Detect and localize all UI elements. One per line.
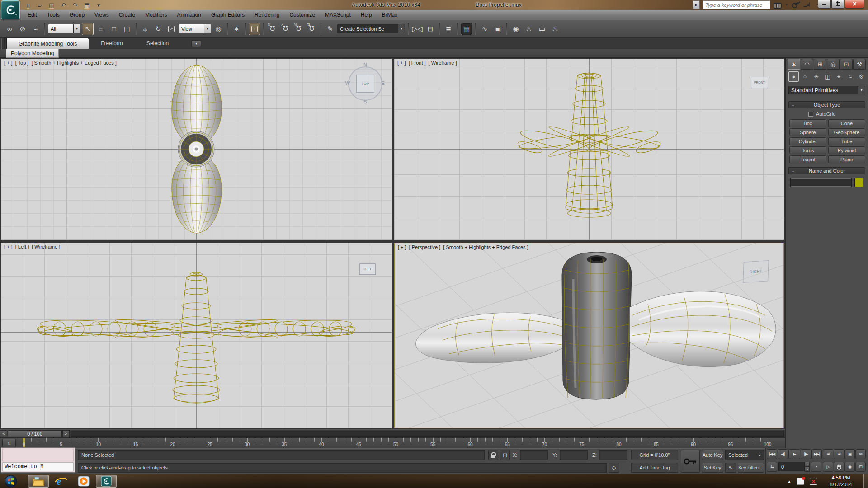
viewport-name-menu[interactable]: [ Front ] bbox=[409, 60, 426, 66]
tab-motion-icon[interactable]: ◎ bbox=[827, 59, 840, 70]
default-in-out-tangent-icon[interactable]: ∿ bbox=[725, 463, 736, 473]
viewcube-top-face[interactable]: TOP bbox=[356, 75, 374, 93]
viewport-name-menu[interactable]: [ Top ] bbox=[15, 60, 29, 66]
taskbar-windows-explorer[interactable] bbox=[28, 475, 49, 488]
viewcube-right-face[interactable]: RIGHT bbox=[743, 260, 769, 283]
compass-west[interactable]: W bbox=[344, 80, 351, 86]
play-button[interactable]: ▶ bbox=[788, 449, 800, 459]
edit-named-selection-sets-icon[interactable]: ✎ bbox=[324, 23, 336, 35]
taskbar-clock[interactable]: 4:56 PM 8/13/2014 bbox=[820, 474, 862, 488]
previous-frame-button[interactable]: ◀|| bbox=[778, 449, 788, 459]
quick-access-caret-icon[interactable]: ▾ bbox=[94, 1, 103, 9]
search-icon[interactable] bbox=[773, 1, 782, 9]
percent-snap-icon[interactable]: Ω% bbox=[293, 23, 305, 35]
next-frame-arrow[interactable]: > bbox=[62, 430, 70, 437]
search-input[interactable] bbox=[703, 0, 770, 9]
select-and-scale-icon[interactable]: ↗ bbox=[165, 23, 177, 35]
viewport-left[interactable]: [ + ] [ Left ] [ Wireframe ] LEFT bbox=[1, 243, 392, 428]
compass-north[interactable]: N bbox=[362, 62, 368, 67]
tray-expand-icon[interactable]: ▲ bbox=[788, 479, 791, 483]
category-dropdown[interactable]: Standard Primitives ▼ bbox=[788, 86, 865, 94]
tab-hierarchy-icon[interactable]: ⊞ bbox=[814, 59, 826, 70]
rendered-frame-window-icon[interactable]: ▭ bbox=[536, 23, 548, 35]
keyboard-shortcut-override-icon[interactable]: ↑ bbox=[249, 23, 260, 35]
zoom-extents-all-button[interactable]: ⊠ bbox=[855, 449, 866, 459]
undo-icon[interactable]: ↶ bbox=[59, 1, 68, 9]
menu-views[interactable]: Views bbox=[90, 10, 114, 19]
object-name-field[interactable] bbox=[790, 178, 852, 187]
viewport-shading-menu[interactable]: [ Wireframe ] bbox=[32, 244, 60, 249]
ribbon-tab-selection[interactable]: Selection bbox=[135, 38, 180, 49]
project-folder-icon[interactable]: ▤ bbox=[82, 1, 91, 9]
use-pivot-point-center-icon[interactable]: ◎ bbox=[212, 23, 224, 35]
menu-help[interactable]: Help bbox=[356, 10, 377, 19]
object-type-rollout[interactable]: - Object Type bbox=[788, 101, 865, 108]
viewport-shading-menu[interactable]: [ Smooth + Highlights + Edged Faces ] bbox=[443, 244, 528, 250]
select-and-link-icon[interactable]: ∞ bbox=[4, 23, 15, 35]
viewport-menu-plus[interactable]: [ + ] bbox=[397, 60, 406, 66]
taskbar-3ds-max[interactable] bbox=[96, 475, 117, 488]
viewport-name-menu[interactable]: [ Perspective ] bbox=[409, 244, 441, 250]
time-slider-track[interactable] bbox=[71, 431, 784, 437]
compass-east[interactable]: E bbox=[380, 80, 386, 86]
window-crossing-icon[interactable]: ◫ bbox=[121, 23, 133, 35]
snaps-toggle-icon[interactable]: Ω3 bbox=[267, 23, 278, 35]
tray-app-icon[interactable] bbox=[797, 478, 804, 485]
next-frame-button[interactable]: ||▶ bbox=[801, 449, 811, 459]
y-coordinate-field[interactable] bbox=[560, 450, 588, 460]
bind-to-space-warp-icon[interactable]: ≈ bbox=[30, 23, 42, 35]
key-mode-toggle-button[interactable]: ⇆ bbox=[767, 462, 777, 472]
primitive-button-cone[interactable]: Cone bbox=[828, 119, 865, 127]
time-slider-handle[interactable]: 0 / 100 bbox=[8, 430, 62, 437]
select-and-move-icon[interactable]: ↔↕ bbox=[139, 23, 151, 35]
unlink-selection-icon[interactable]: ⊘ bbox=[17, 23, 28, 35]
compass-south[interactable]: S bbox=[362, 99, 368, 104]
primitive-button-torus[interactable]: Torus bbox=[789, 146, 826, 154]
save-file-icon[interactable]: ◫ bbox=[47, 1, 56, 9]
graphite-modeling-toggle-icon[interactable]: ▦ bbox=[461, 23, 472, 35]
open-mini-curve-editor-button[interactable]: ↑↓ bbox=[2, 439, 16, 447]
search-history-arrow[interactable]: ▶ bbox=[693, 0, 700, 9]
viewcube-compass[interactable]: N E S W TOP bbox=[344, 63, 386, 104]
curve-editor-icon[interactable]: ∿ bbox=[479, 23, 491, 35]
viewport-menu-plus[interactable]: [ + ] bbox=[4, 244, 13, 249]
viewport-shading-menu[interactable]: [ Wireframe ] bbox=[429, 60, 457, 66]
viewport-front[interactable]: [ + ] [ Front ] [ Wireframe ] FRONT bbox=[394, 59, 784, 240]
region-zoom-button[interactable]: ▷ bbox=[823, 462, 833, 472]
cameras-icon[interactable]: ◫ bbox=[822, 71, 833, 82]
tray-network-icon[interactable]: ✕ bbox=[810, 478, 817, 485]
current-frame-field[interactable]: 0 bbox=[778, 462, 805, 471]
welcome-window[interactable]: Welcome to M bbox=[1, 447, 75, 473]
zoom-all-button[interactable]: ⊞ bbox=[834, 449, 844, 459]
viewport-menu-plus[interactable]: [ + ] bbox=[398, 244, 406, 250]
viewcube-front-face[interactable]: FRONT bbox=[751, 77, 768, 88]
space-warps-icon[interactable]: ≈ bbox=[845, 71, 855, 82]
viewport-menu-plus[interactable]: [ + ] bbox=[4, 60, 13, 66]
add-time-tag[interactable]: Add Time Tag bbox=[631, 463, 678, 473]
menu-modifiers[interactable]: Modifiers bbox=[140, 10, 172, 19]
collapse-icon[interactable]: - bbox=[789, 168, 797, 174]
selection-lock-toggle[interactable] bbox=[488, 450, 498, 460]
x-coordinate-field[interactable] bbox=[520, 450, 548, 460]
taskbar-internet-explorer[interactable]: e bbox=[51, 475, 71, 488]
viewport-name-menu[interactable]: [ Left ] bbox=[15, 244, 29, 249]
zoom-extents-button[interactable]: ▣ bbox=[844, 449, 855, 459]
ribbon-minimize-caret-icon[interactable]: ▼ bbox=[191, 40, 201, 47]
welcome-window-title[interactable]: Welcome to M bbox=[2, 462, 74, 471]
ribbon-tab-graphite-modeling-tools[interactable]: Graphite Modeling Tools bbox=[6, 38, 89, 49]
primitive-button-tube[interactable]: Tube bbox=[828, 137, 865, 145]
systems-icon[interactable]: ⚙ bbox=[856, 71, 867, 82]
taskbar-media-player[interactable] bbox=[73, 475, 94, 488]
shapes-icon[interactable]: ○ bbox=[800, 71, 810, 82]
absolute-offset-toggle[interactable]: ⊡ bbox=[500, 450, 510, 460]
new-scene-icon[interactable]: ▯ bbox=[24, 1, 33, 9]
selection-filter-dropdown[interactable]: All▼ bbox=[48, 24, 80, 33]
menu-maxscript[interactable]: MAXScript bbox=[320, 10, 356, 19]
schematic-view-icon[interactable]: ▣ bbox=[492, 23, 504, 35]
subscription-center-icon[interactable] bbox=[791, 1, 800, 9]
spinner-down-icon[interactable]: ▼ bbox=[805, 467, 810, 472]
helpers-icon[interactable]: ⌖ bbox=[834, 71, 844, 82]
application-menu-button[interactable] bbox=[1, 0, 20, 19]
polygon-modeling-panel[interactable]: Polygon Modeling bbox=[6, 49, 59, 58]
autogrid-checkbox[interactable]: AutoGrid bbox=[808, 111, 835, 117]
